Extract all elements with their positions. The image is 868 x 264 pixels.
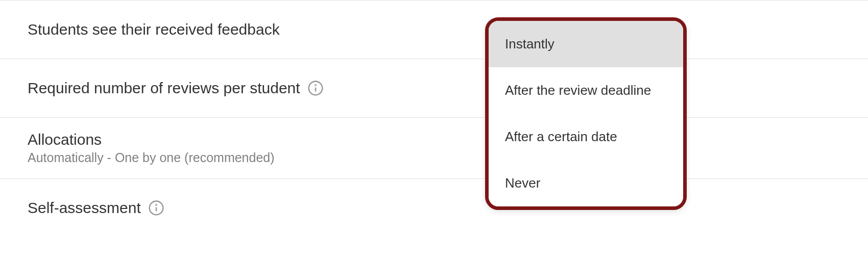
setting-sub-allocations: Automatically - One by one (recommended) (28, 150, 275, 165)
setting-row-reviews[interactable]: Required number of reviews per student (0, 59, 868, 118)
info-icon[interactable] (307, 80, 324, 96)
feedback-dropdown[interactable]: Instantly After the review deadline Afte… (485, 17, 687, 210)
setting-label-allocations: Allocations (28, 131, 275, 148)
dropdown-item-after-deadline[interactable]: After the review deadline (489, 67, 683, 114)
setting-row-feedback[interactable]: Students see their received feedback (0, 1, 868, 59)
dropdown-item-never[interactable]: Never (489, 160, 683, 206)
svg-point-5 (156, 204, 156, 205)
setting-label-feedback: Students see their received feedback (28, 21, 280, 38)
dropdown-item-after-date[interactable]: After a certain date (489, 114, 683, 160)
setting-row-allocations[interactable]: Allocations Automatically - One by one (… (0, 118, 868, 179)
info-icon[interactable] (148, 200, 164, 216)
setting-label-reviews: Required number of reviews per student (28, 80, 300, 97)
svg-point-2 (315, 85, 316, 85)
setting-label-self: Self-assessment (28, 199, 141, 217)
setting-row-self[interactable]: Self-assessment (0, 179, 868, 217)
settings-list: Students see their received feedback Req… (0, 0, 868, 264)
dropdown-item-instantly[interactable]: Instantly (489, 21, 683, 67)
